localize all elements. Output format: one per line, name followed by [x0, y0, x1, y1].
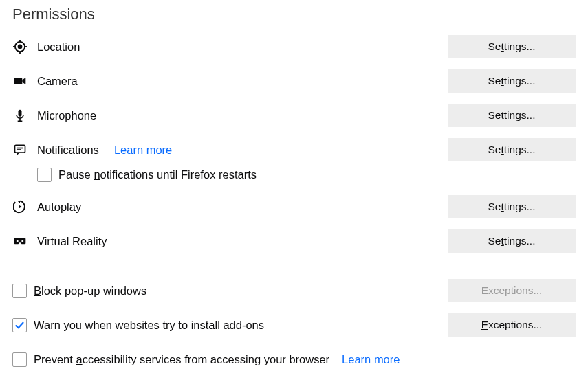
permission-row-camera: Camera Settings...: [12, 69, 576, 93]
camera-settings-button[interactable]: Settings...: [448, 69, 576, 93]
permission-row-microphone: Microphone Settings...: [12, 103, 576, 128]
notifications-label: Notifications: [37, 144, 99, 157]
camera-label: Camera: [37, 75, 78, 88]
warn-addons-row: Warn you when websites try to install ad…: [12, 313, 576, 337]
location-label: Location: [37, 41, 80, 54]
svg-point-1: [19, 45, 22, 49]
notifications-icon: [12, 142, 28, 157]
page-title: Permissions: [12, 5, 576, 23]
block-popups-exceptions-button[interactable]: Exceptions...: [448, 279, 576, 302]
notifications-settings-button[interactable]: Settings...: [448, 138, 576, 161]
svg-rect-7: [19, 110, 22, 117]
microphone-label: Microphone: [37, 109, 96, 122]
svg-rect-6: [14, 78, 23, 84]
pause-notifications-row: Pause notifications until Firefox restar…: [37, 168, 576, 182]
microphone-icon: [12, 108, 28, 123]
prevent-accessibility-row: Prevent accessibility services from acce…: [12, 347, 576, 372]
location-settings-button[interactable]: Settings...: [448, 35, 576, 58]
notifications-learn-more-link[interactable]: Learn more: [114, 144, 172, 157]
autoplay-settings-button[interactable]: Settings...: [448, 195, 576, 218]
permission-row-notifications: Notifications Learn more Settings...: [12, 137, 576, 162]
autoplay-icon: [12, 199, 28, 214]
vr-settings-button[interactable]: Settings...: [448, 229, 576, 253]
svg-rect-10: [15, 145, 25, 153]
prevent-accessibility-checkbox[interactable]: [12, 352, 27, 367]
location-icon: [12, 39, 28, 54]
vr-label: Virtual Reality: [37, 235, 107, 248]
vr-icon: [12, 234, 28, 249]
pause-notifications-checkbox[interactable]: [37, 168, 52, 182]
prevent-accessibility-label: Prevent accessibility services from acce…: [34, 353, 329, 366]
svg-point-13: [17, 240, 19, 242]
block-popups-checkbox[interactable]: [12, 284, 27, 298]
microphone-settings-button[interactable]: Settings...: [448, 104, 576, 127]
permission-row-location: Location Settings...: [12, 34, 576, 59]
prevent-accessibility-learn-more-link[interactable]: Learn more: [342, 353, 400, 366]
pause-notifications-label: Pause notifications until Firefox restar…: [58, 168, 257, 181]
block-popups-row: Block pop-up windows Exceptions...: [12, 278, 576, 303]
permission-row-autoplay: Autoplay Settings...: [12, 194, 576, 219]
warn-addons-exceptions-button[interactable]: Exceptions...: [448, 313, 576, 337]
warn-addons-label: Warn you when websites try to install ad…: [34, 319, 264, 332]
permission-row-vr: Virtual Reality Settings...: [12, 229, 576, 253]
block-popups-label: Block pop-up windows: [34, 284, 146, 297]
camera-icon: [12, 74, 28, 89]
autoplay-label: Autoplay: [37, 201, 81, 214]
svg-point-14: [21, 240, 23, 242]
warn-addons-checkbox[interactable]: [12, 318, 27, 332]
